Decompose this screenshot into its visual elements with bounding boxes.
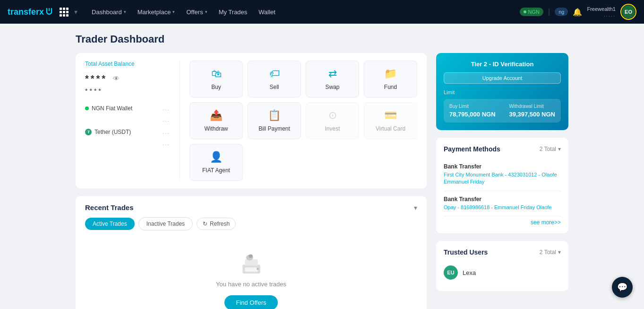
action-grid-outer: 🛍 Buy 🏷 Sell ⇄ Swap (180, 61, 417, 181)
swap-button[interactable]: ⇄ Swap (306, 61, 359, 97)
trusted-users-chevron-icon[interactable]: ▾ (558, 249, 561, 256)
user-info: Freewealth1 ..... (587, 6, 616, 18)
buy-limit-value: 78,795,000 NGN (449, 111, 496, 118)
payment-item-0: Bank Transfer First City Monument Bank -… (444, 159, 561, 191)
svg-point-3 (257, 268, 259, 270)
fund-label: Fund (384, 84, 397, 90)
payment-item-0-detail: First City Monument Bank - 4323031012 - … (444, 171, 561, 186)
grid-chevron[interactable]: ▾ (74, 8, 77, 16)
payment-item-1: Bank Transfer Opay - 8168986618 - Emmanu… (444, 191, 561, 216)
tier-card: Tier 2 - ID Verification Upgrade Account… (436, 53, 568, 130)
balance-card: Total Asset Balance **** 👁 **** NGN Fiat… (76, 53, 427, 188)
withdraw-label: Withdraw (204, 125, 228, 132)
dashboard-grid: Total Asset Balance **** 👁 **** NGN Fiat… (76, 53, 568, 309)
invest-icon: ⊙ (328, 109, 337, 122)
nav-dashboard[interactable]: Dashboard ▾ (87, 6, 131, 18)
withdrawal-limit: Withdrawal Limit 39,397,500 NGN (509, 104, 555, 118)
fiat-agent-icon: 👤 (210, 151, 223, 163)
trusted-user-0-name: Lexa (463, 269, 476, 276)
currency-status-dot (524, 10, 526, 13)
invest-label: Invest (325, 125, 340, 132)
logo-x: ᕫ (46, 7, 52, 17)
swap-icon: ⇄ (328, 68, 337, 80)
page-title: Trader Dashboard (76, 33, 568, 45)
virtual-card-button: 💳 Virtual Card (364, 102, 417, 139)
payment-methods-total: 2 Total ▾ (540, 146, 561, 152)
navbar: transferxᕫ ▾ Dashboard ▾ Marketplace ▾ O… (0, 0, 644, 24)
empty-trades-illustration (237, 252, 266, 281)
nav-offers[interactable]: Offers ▾ (181, 6, 212, 18)
nav-divider: | (548, 8, 550, 16)
offers-chevron-icon: ▾ (205, 9, 207, 14)
virtual-card-label: Virtual Card (376, 125, 405, 132)
wallet-item-ngn[interactable]: NGN Fiat Wallet ... (85, 102, 170, 115)
refresh-icon: ↻ (203, 221, 207, 227)
usdt-icon: ₮ (85, 129, 92, 135)
logo[interactable]: transferxᕫ (8, 7, 52, 17)
nav-my-trades[interactable]: My Trades (214, 6, 252, 18)
payment-methods-chevron-icon[interactable]: ▾ (558, 146, 561, 152)
trusted-users-title: Trusted Users (444, 248, 488, 256)
usdt-wallet-label: Tether (USDT) (94, 129, 131, 135)
wallet-list: NGN Fiat Wallet ... ... ₮ Tether (USDT) (85, 102, 170, 147)
nav-right: NGN | ng 🔔 Freewealth1 ..... EO (520, 4, 636, 20)
chat-button[interactable]: 💬 (612, 277, 633, 298)
svg-rect-2 (245, 267, 258, 272)
sell-button[interactable]: 🏷 Sell (248, 61, 301, 97)
balance-label: Total Asset Balance (85, 61, 170, 67)
fund-button[interactable]: 📁 Fund (364, 61, 417, 97)
limit-row: Buy Limit 78,795,000 NGN Withdrawal Limi… (444, 99, 561, 123)
trusted-users-card: Trusted Users 2 Total ▾ EU Lexa (436, 241, 568, 291)
withdrawal-limit-label: Withdrawal Limit (509, 104, 555, 109)
trusted-users-header: Trusted Users 2 Total ▾ (444, 248, 561, 256)
trades-toolbar: Active Trades Inactive Trades ↻ Refresh (85, 217, 417, 230)
notification-bell-icon[interactable]: 🔔 (573, 8, 582, 17)
withdraw-button[interactable]: 📤 Withdraw (189, 102, 243, 139)
fiat-agent-label: FIAT Agent (202, 167, 230, 174)
empty-trades-state: You have no active trades Find Offers (85, 238, 417, 309)
bill-payment-button[interactable]: 📋 Bill Payment (248, 102, 301, 139)
main-content: Trader Dashboard Total Asset Balance ***… (0, 24, 644, 309)
bill-payment-icon: 📋 (268, 109, 281, 122)
trusted-user-0: EU Lexa (444, 262, 561, 283)
action-grid: 🛍 Buy 🏷 Sell ⇄ Swap (189, 61, 417, 181)
upgrade-account-button[interactable]: Upgrade Account (444, 72, 561, 84)
buy-icon: 🛍 (211, 68, 222, 80)
withdraw-icon: 📤 (210, 109, 223, 122)
empty-trades-text: You have no active trades (216, 281, 286, 288)
active-trades-tab[interactable]: Active Trades (85, 218, 135, 230)
grid-icon[interactable] (60, 8, 69, 17)
trusted-users-total: 2 Total ▾ (540, 249, 561, 256)
ngn-wallet-label: NGN Fiat Wallet (92, 105, 132, 112)
refresh-button[interactable]: ↻ Refresh (197, 218, 236, 230)
nav-wallet[interactable]: Wallet (254, 6, 280, 18)
left-panel: Total Asset Balance **** 👁 **** NGN Fiat… (76, 53, 427, 309)
sell-label: Sell (269, 84, 279, 90)
recent-trades-header: Recent Trades ▾ (85, 203, 417, 212)
recent-trades-title: Recent Trades (85, 203, 134, 212)
sell-icon: 🏷 (269, 68, 280, 80)
currency-badge[interactable]: NGN (520, 8, 543, 16)
buy-button[interactable]: 🛍 Buy (189, 61, 243, 97)
trusted-user-0-avatar: EU (444, 265, 458, 280)
language-badge[interactable]: ng (555, 8, 568, 16)
wallet-item-usdt[interactable]: ₮ Tether (USDT) ... (85, 126, 170, 138)
recent-trades-card: Recent Trades ▾ Active Trades Inactive T… (76, 196, 427, 309)
inactive-trades-tab[interactable]: Inactive Trades (138, 217, 193, 230)
tier-title: Tier 2 - ID Verification (444, 61, 561, 68)
chat-icon: 💬 (617, 282, 627, 292)
payment-methods-header: Payment Methods 2 Total ▾ (444, 145, 561, 153)
buy-limit-label: Buy Limit (449, 104, 496, 109)
recent-trades-collapse-icon[interactable]: ▾ (414, 204, 417, 212)
see-more-payment-methods[interactable]: see more>> (444, 219, 561, 226)
payment-item-1-type: Bank Transfer (444, 196, 561, 203)
nav-marketplace[interactable]: Marketplace ▾ (133, 6, 180, 18)
payment-methods-card: Payment Methods 2 Total ▾ Bank Transfer … (436, 138, 568, 233)
buy-limit: Buy Limit 78,795,000 NGN (449, 104, 496, 118)
find-offers-button[interactable]: Find Offers (224, 295, 277, 309)
eye-icon[interactable]: 👁 (113, 75, 120, 82)
avatar[interactable]: EO (620, 4, 636, 20)
dashboard-chevron-icon: ▾ (124, 9, 126, 14)
limit-label: Limit (444, 89, 561, 95)
fiat-agent-button[interactable]: 👤 FIAT Agent (189, 144, 243, 181)
